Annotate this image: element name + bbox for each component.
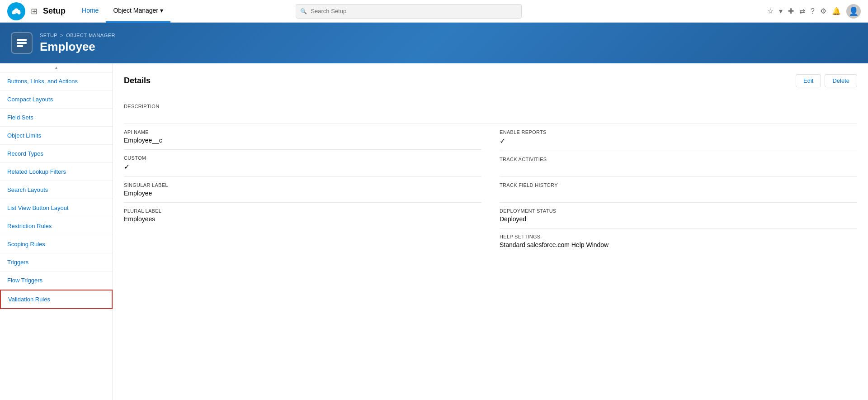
chevron-down-icon: ▾: [160, 7, 163, 14]
header-text: SETUP > OBJECT MANAGER Employee: [40, 33, 115, 54]
custom-row: Custom ✓: [124, 150, 481, 177]
bell-icon[interactable]: 🔔: [832, 7, 841, 15]
svg-point-3: [17, 11, 20, 14]
svg-rect-7: [17, 45, 23, 47]
track-activities-row: Track Activities: [500, 151, 857, 177]
details-title: Details: [124, 76, 151, 86]
track-field-history-value: [500, 190, 857, 197]
deployment-status-label: Deployment Status: [500, 208, 857, 214]
details-header: Details Edit Delete: [124, 74, 857, 87]
description-label: Description: [124, 104, 857, 109]
singular-label-value: Employee: [124, 190, 481, 197]
sidebar-item-restriction-rules[interactable]: Restriction Rules: [0, 217, 113, 235]
header-band: SETUP > OBJECT MANAGER Employee: [0, 23, 868, 63]
sidebar-scroll-up: ▲: [0, 63, 113, 72]
sidebar-item-compact-layouts[interactable]: Compact Layouts: [0, 90, 113, 109]
top-navigation: ⊞ Setup Home Object Manager ▾ 🔍 ☆ ▾ ✚ ⇄ …: [0, 0, 868, 23]
description-value: [124, 111, 857, 118]
sidebar-item-search-layouts[interactable]: Search Layouts: [0, 181, 113, 199]
action-buttons: Edit Delete: [796, 74, 857, 87]
singular-label-row: Singular Label Employee: [124, 177, 481, 203]
nav-links: Home Object Manager ▾: [75, 0, 170, 23]
breadcrumb-separator: >: [60, 33, 63, 38]
help-icon[interactable]: ?: [811, 7, 815, 15]
custom-label: Custom: [124, 155, 481, 161]
sidebar-item-triggers[interactable]: Triggers: [0, 253, 113, 271]
track-activities-value: [500, 164, 857, 171]
details-left-col: API Name Employee__c Custom ✓ Singular L…: [124, 124, 481, 254]
plural-label-label: Plural Label: [124, 208, 481, 214]
salesforce-logo[interactable]: [7, 2, 25, 20]
sidebar-item-validation-rules[interactable]: Validation Rules: [0, 290, 113, 309]
api-name-value: Employee__c: [124, 137, 481, 144]
details-right-col: Enable Reports ✓ Track Activities Track …: [500, 124, 857, 254]
edit-button[interactable]: Edit: [796, 74, 821, 87]
track-field-history-row: Track Field History: [500, 177, 857, 203]
track-activities-label: Track Activities: [500, 157, 857, 162]
breadcrumb-object-manager[interactable]: OBJECT MANAGER: [66, 33, 115, 38]
api-name-row: API Name Employee__c: [124, 124, 481, 150]
content-area: Details Edit Delete Description API Name…: [113, 63, 868, 400]
sidebar-item-related-lookup-filters[interactable]: Related Lookup Filters: [0, 163, 113, 181]
breadcrumb-setup[interactable]: SETUP: [40, 33, 57, 38]
help-settings-label: Help Settings: [500, 234, 857, 239]
setup-title: Setup: [43, 6, 66, 16]
apps-grid-icon[interactable]: ⊞: [31, 6, 38, 16]
add-icon[interactable]: ✚: [788, 7, 794, 15]
nav-home[interactable]: Home: [75, 0, 106, 23]
sidebar-item-flow-triggers[interactable]: Flow Triggers: [0, 271, 113, 290]
enable-reports-label: Enable Reports: [500, 129, 857, 135]
delete-button[interactable]: Delete: [825, 74, 857, 87]
track-field-history-label: Track Field History: [500, 182, 857, 188]
help-settings-value: Standard salesforce.com Help Window: [500, 241, 857, 248]
object-icon: [11, 32, 33, 54]
main-layout: ▲ Buttons, Links, and Actions Compact La…: [0, 63, 868, 400]
deployment-status-row: Deployment Status Deployed: [500, 203, 857, 229]
search-icon: 🔍: [300, 8, 307, 14]
search-bar-container: 🔍: [296, 4, 522, 19]
deployment-status-value: Deployed: [500, 215, 857, 223]
plural-label-row: Plural Label Employees: [124, 203, 481, 228]
description-row: Description: [124, 98, 857, 124]
sidebar-item-record-types[interactable]: Record Types: [0, 145, 113, 163]
breadcrumb: SETUP > OBJECT MANAGER: [40, 33, 115, 38]
sidebar-item-scoping-rules[interactable]: Scoping Rules: [0, 235, 113, 253]
details-two-col: API Name Employee__c Custom ✓ Singular L…: [124, 124, 857, 254]
svg-rect-6: [17, 42, 27, 44]
svg-rect-5: [17, 39, 27, 41]
sidebar-item-buttons-links-actions[interactable]: Buttons, Links, and Actions: [0, 72, 113, 90]
search-input[interactable]: [296, 4, 522, 19]
avatar[interactable]: 👤: [846, 4, 861, 19]
plural-label-value: Employees: [124, 215, 481, 223]
sidebar-item-field-sets[interactable]: Field Sets: [0, 109, 113, 127]
nav-right-icons: ☆ ▾ ✚ ⇄ ? ⚙ 🔔 👤: [767, 4, 861, 19]
nav-object-manager[interactable]: Object Manager ▾: [106, 0, 170, 23]
object-name: Employee: [40, 40, 115, 54]
enable-reports-row: Enable Reports ✓: [500, 124, 857, 151]
enable-reports-value: ✓: [500, 137, 857, 145]
details-form: Description API Name Employee__c Custom …: [124, 98, 857, 254]
star-icon[interactable]: ☆: [767, 7, 774, 15]
singular-label-label: Singular Label: [124, 182, 481, 188]
svg-point-4: [12, 11, 15, 14]
dropdown-icon[interactable]: ▾: [779, 7, 783, 15]
sidebar-item-object-limits[interactable]: Object Limits: [0, 127, 113, 145]
gear-icon[interactable]: ⚙: [820, 7, 826, 15]
switch-icon[interactable]: ⇄: [799, 7, 805, 15]
custom-value: ✓: [124, 162, 481, 171]
sidebar-item-list-view-button-layout[interactable]: List View Button Layout: [0, 199, 113, 217]
help-settings-row: Help Settings Standard salesforce.com He…: [500, 229, 857, 254]
sidebar: ▲ Buttons, Links, and Actions Compact La…: [0, 63, 113, 400]
api-name-label: API Name: [124, 129, 481, 135]
